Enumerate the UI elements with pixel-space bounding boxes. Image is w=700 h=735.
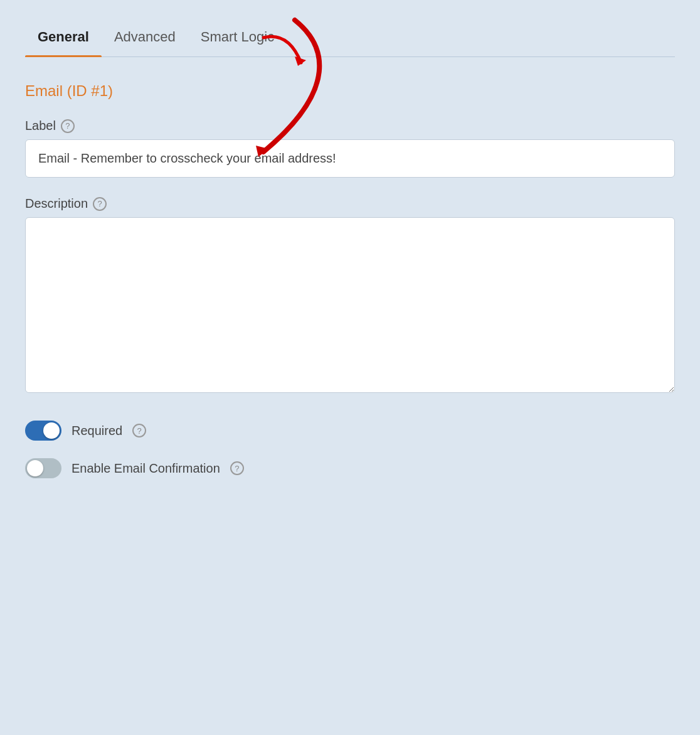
- label-help-icon[interactable]: ?: [61, 119, 75, 133]
- required-toggle[interactable]: [25, 421, 61, 441]
- required-label: Required: [72, 424, 122, 438]
- email-confirmation-toggle-row: Enable Email Confirmation ?: [25, 458, 675, 478]
- email-confirmation-label: Enable Email Confirmation: [72, 461, 220, 476]
- tab-bar: General Advanced Smart Logic: [25, 19, 675, 57]
- description-field-row: Description ?: [25, 196, 675, 211]
- tab-smart-logic[interactable]: Smart Logic: [188, 19, 287, 56]
- description-help-icon[interactable]: ?: [93, 197, 107, 211]
- label-input[interactable]: [25, 139, 675, 178]
- description-field-name: Description: [25, 196, 88, 211]
- tab-general[interactable]: General: [25, 19, 102, 56]
- email-confirmation-help-icon[interactable]: ?: [230, 461, 244, 475]
- section-title: Email (ID #1): [25, 82, 675, 100]
- email-confirmation-toggle[interactable]: [25, 458, 61, 478]
- svg-marker-0: [295, 56, 306, 66]
- required-toggle-row: Required ?: [25, 421, 675, 441]
- label-field-row: Label ?: [25, 119, 675, 133]
- label-field-name: Label: [25, 119, 56, 133]
- tab-advanced[interactable]: Advanced: [102, 19, 188, 56]
- required-help-icon[interactable]: ?: [132, 424, 146, 437]
- description-textarea[interactable]: [25, 217, 675, 393]
